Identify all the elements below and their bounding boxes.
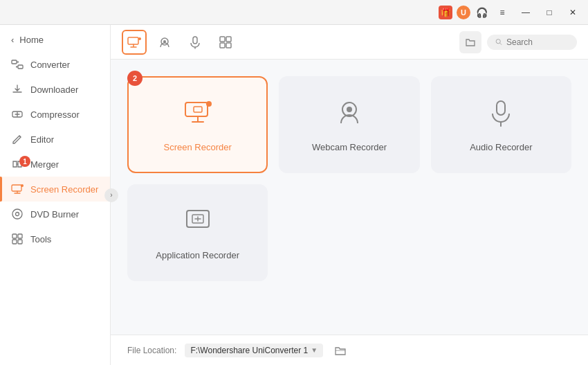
sidebar-item-tools[interactable]: Tools	[0, 226, 110, 251]
file-path-text: F:\Wondershare UniConverter 1	[190, 346, 308, 355]
sidebar-collapse-button[interactable]: ›	[104, 188, 118, 202]
application-recorder-card-label: Application Recorder	[156, 250, 239, 260]
toolbar-audio-button[interactable]	[183, 30, 208, 55]
main-content: 2 Screen Recorder	[111, 25, 588, 365]
sidebar-home[interactable]: ‹ Home	[0, 28, 110, 52]
svg-point-6	[16, 213, 19, 216]
converter-label: Converter	[30, 60, 70, 70]
svg-point-23	[206, 101, 212, 107]
screen-recorder-card[interactable]: 2 Screen Recorder	[127, 76, 268, 173]
back-arrow-icon: ‹	[11, 35, 14, 45]
file-location-path[interactable]: F:\Wondershare UniConverter 1 ▼	[185, 344, 323, 357]
svg-rect-9	[12, 240, 17, 244]
svg-point-20	[496, 39, 500, 44]
screen-recorder-card-label: Screen Recorder	[164, 142, 232, 152]
user-icon[interactable]: U	[457, 6, 470, 19]
svg-point-4	[21, 184, 24, 187]
dvd-burner-label: DVD Burner	[30, 209, 79, 220]
close-button[interactable]: ✕	[563, 6, 582, 19]
search-input[interactable]	[506, 37, 569, 47]
home-label: Home	[19, 35, 44, 45]
svg-rect-3	[12, 185, 21, 191]
svg-point-5	[12, 209, 22, 219]
sidebar: ‹ Home Converter Dow	[0, 25, 111, 365]
path-dropdown-arrow: ▼	[311, 346, 318, 354]
svg-rect-10	[18, 240, 22, 244]
app-body: ‹ Home Converter Dow	[0, 25, 588, 365]
svg-rect-1	[18, 65, 23, 69]
svg-rect-26	[497, 101, 505, 115]
screen-recorder-card-icon	[183, 97, 213, 134]
file-location-label: File Location:	[127, 346, 176, 355]
svg-point-25	[347, 107, 352, 112]
application-recorder-card-icon	[183, 205, 213, 242]
svg-rect-8	[18, 234, 22, 238]
headset-icon[interactable]: 🎧	[475, 6, 488, 19]
svg-rect-16	[220, 37, 225, 42]
svg-rect-21	[185, 103, 208, 116]
audio-recorder-card-label: Audio Recorder	[470, 142, 532, 152]
titlebar: 🎁 U 🎧 ≡ — □ ✕	[0, 0, 588, 25]
webcam-recorder-card[interactable]: Webcam Recorder	[279, 76, 419, 173]
merger-label: Merger	[30, 159, 59, 170]
sidebar-item-screen-recorder[interactable]: Screen Recorder	[0, 177, 110, 202]
menu-button[interactable]: ≡	[493, 6, 512, 19]
toolbar-right	[459, 31, 577, 53]
editor-label: Editor	[30, 134, 54, 145]
dvd-burner-icon	[11, 208, 24, 220]
svg-rect-18	[220, 43, 225, 48]
svg-rect-15	[193, 37, 197, 44]
sidebar-item-dvd-burner[interactable]: DVD Burner	[0, 202, 110, 226]
webcam-recorder-card-label: Webcam Recorder	[312, 142, 387, 152]
recorder-grid: 2 Screen Recorder	[111, 60, 588, 335]
audio-recorder-card[interactable]: Audio Recorder	[431, 76, 571, 173]
svg-rect-17	[226, 37, 231, 42]
compressor-label: Compressor	[30, 109, 80, 120]
merger-badge: 1	[19, 156, 30, 167]
step-badge: 2	[127, 71, 143, 86]
gift-icon[interactable]: 🎁	[439, 6, 452, 19]
sidebar-item-converter[interactable]: Converter	[0, 52, 110, 77]
compressor-icon	[11, 108, 24, 121]
downloader-icon	[11, 83, 24, 96]
search-box[interactable]	[487, 35, 577, 50]
svg-rect-7	[12, 234, 17, 238]
downloader-label: Downloader	[30, 84, 78, 95]
toolbar	[111, 25, 588, 60]
sidebar-item-downloader[interactable]: Downloader	[0, 77, 110, 102]
converter-icon	[11, 58, 24, 71]
toolbar-screen-recorder-button[interactable]	[122, 30, 147, 55]
sidebar-item-editor[interactable]: Editor	[0, 127, 110, 152]
svg-rect-11	[128, 37, 138, 44]
application-recorder-card[interactable]: Application Recorder	[127, 184, 268, 281]
minimize-button[interactable]: —	[516, 6, 535, 19]
tools-icon	[11, 233, 24, 245]
sidebar-item-merger[interactable]: Merger 1	[0, 152, 110, 177]
screen-recorder-label: Screen Recorder	[30, 184, 98, 195]
maximize-button[interactable]: □	[540, 6, 559, 19]
footer: File Location: F:\Wondershare UniConvert…	[111, 335, 588, 365]
audio-recorder-card-icon	[486, 97, 516, 134]
svg-rect-0	[12, 60, 17, 64]
svg-rect-22	[194, 107, 202, 112]
toolbar-webcam-button[interactable]	[152, 30, 177, 55]
webcam-recorder-card-icon	[334, 97, 365, 134]
folder-button[interactable]	[459, 31, 481, 53]
svg-rect-19	[226, 43, 231, 48]
svg-point-12	[138, 37, 141, 40]
open-folder-button[interactable]	[331, 341, 349, 359]
tools-label: Tools	[30, 234, 51, 244]
toolbar-apps-button[interactable]	[213, 30, 238, 55]
editor-icon	[11, 133, 24, 145]
screen-recorder-icon	[11, 183, 24, 195]
sidebar-item-compressor[interactable]: Compressor	[0, 102, 110, 127]
